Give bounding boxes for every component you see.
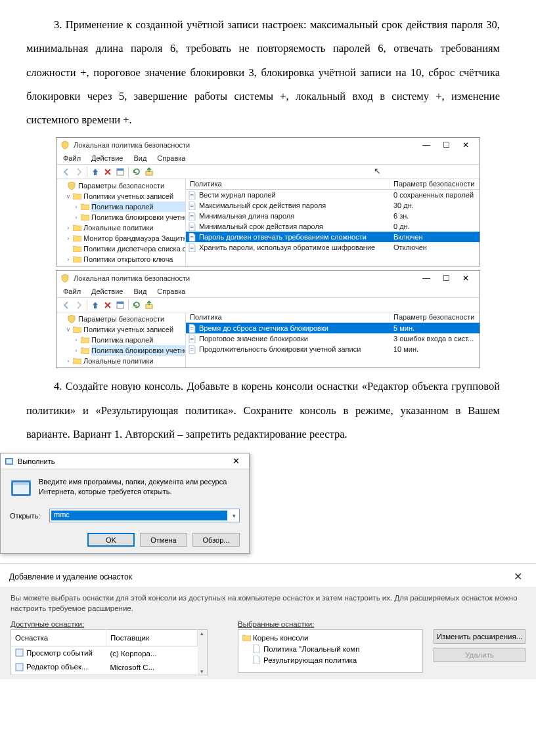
policy-name: Вести журнал паролей [198,191,390,199]
back-icon[interactable] [60,166,72,178]
maximize-button[interactable]: ☐ [436,138,456,152]
menu-help[interactable]: Справка [156,154,187,163]
chevron-down-icon[interactable]: ▾ [229,513,239,519]
nav-tree[interactable]: Параметры безопасности vПолитики учетных… [56,179,186,266]
policy-name: Хранить пароли, используя обратимое шифр… [198,243,390,251]
doc-icon [186,212,198,220]
tree-item[interactable]: Политика блокировки учетной з [91,212,185,222]
list-row[interactable]: Пароль должен отвечать требованиям сложн… [186,232,480,242]
close-button[interactable]: ✕ [456,272,476,285]
scrollbar[interactable]: ▴▾ [198,629,208,675]
tree-item-lockout-policy[interactable]: Политика блокировки учетной з [91,345,185,356]
available-table[interactable]: Оснастка Поставщик Просмотр событий(c) К… [11,629,198,675]
svg-rect-3 [190,194,193,195]
minimize-button[interactable]: — [416,272,436,285]
refresh-icon[interactable] [131,299,143,311]
shield-icon [67,182,76,190]
delete-button[interactable]: Удалить [434,648,525,662]
list-row[interactable]: Пороговое значение блокировки3 ошибок вх… [186,333,480,344]
policy-name: Минимальный срок действия пароля [198,222,390,230]
column-policy[interactable]: Политика [186,312,390,322]
menu-view[interactable]: Вид [132,154,148,163]
tree-item[interactable]: Локальные политики [83,356,185,366]
table-row[interactable]: Просмотр событий(c) Корпора... [11,646,198,660]
folder-icon [72,245,81,253]
selected-item[interactable]: Политика "Локальный комп [263,645,359,653]
list-row[interactable]: Хранить пароли, используя обратимое шифр… [186,242,480,253]
delete-icon[interactable] [102,166,114,178]
list-row[interactable]: Минимальный срок действия пароля0 дн. [186,221,480,232]
export-icon[interactable] [143,166,155,178]
svg-rect-4 [190,196,193,196]
selected-root[interactable]: Корень консоли [253,634,309,642]
tree-item[interactable]: Локальные политики [83,222,185,233]
cancel-button[interactable]: Отмена [140,533,187,547]
tree-root[interactable]: Параметры безопасности [78,314,185,324]
nav-tree[interactable]: Параметры безопасности vПолитики учетных… [56,312,186,368]
tree-item[interactable]: Политики диспетчера списка сетей [83,243,185,254]
table-row[interactable]: Редактор объек...Microsoft C... [11,661,198,675]
list-row[interactable]: Продолжительность блокировки учетной зап… [186,344,480,354]
edit-extensions-button[interactable]: Изменить расширения... [434,629,525,644]
policy-value: Включен [390,233,480,241]
policy-value: 0 сохраненных паролей [390,191,480,199]
policy-name: Максимальный срок действия пароля [198,201,390,209]
column-policy[interactable]: Политика [186,179,390,189]
folder-icon [72,234,81,242]
export-icon[interactable] [143,299,155,311]
selected-item[interactable]: Результирующая политика [263,656,357,664]
minimize-button[interactable]: — [416,138,436,152]
delete-icon[interactable] [102,299,114,311]
menu-file[interactable]: Файл [62,154,82,163]
tree-item[interactable]: Политики открытого ключа [83,254,185,264]
menu-view[interactable]: Вид [132,287,148,296]
open-value[interactable]: mmc [51,511,227,520]
column-setting[interactable]: Параметр безопасности [390,312,480,322]
column-snapin[interactable]: Оснастка [11,630,106,646]
close-button[interactable]: ✕ [227,456,245,466]
column-setting[interactable]: Параметр безопасности [390,179,480,189]
close-button[interactable]: ✕ [508,570,527,583]
tree-item[interactable]: Политика паролей [91,335,185,345]
tree-item[interactable]: Политики учетных записей [83,324,185,335]
menu-file[interactable]: Файл [62,287,82,296]
tree-item[interactable]: Монитор брандмауэра Защитника [83,233,185,243]
refresh-icon[interactable] [131,166,143,178]
column-vendor[interactable]: Поставщик [106,630,198,646]
tree-root[interactable]: Параметры безопасности [78,180,185,191]
menu-help[interactable]: Справка [156,287,187,296]
properties-icon[interactable] [114,166,126,178]
forward-icon[interactable] [73,166,85,178]
svg-rect-19 [190,329,193,329]
list-row[interactable]: Минимальная длина пароля6 зн. [186,211,480,221]
list-row[interactable]: Вести журнал паролей0 сохраненных пароле… [186,190,480,200]
tree-item-password-policy[interactable]: Политика паролей [91,201,185,212]
open-combobox[interactable]: mmc ▾ [49,509,240,522]
tree-item[interactable]: Политики учетных записей [83,191,185,201]
snapin-name: Редактор объек... [26,663,88,671]
folder-icon [242,635,253,641]
back-icon[interactable] [60,299,72,311]
menu-action[interactable]: Действие [90,287,124,296]
svg-rect-11 [190,236,193,237]
list-row[interactable]: Максимальный срок действия пароля30 дн. [186,200,480,211]
shield-icon [67,315,76,323]
policy-name: Продолжительность блокировки учетной зап… [198,345,390,353]
policy-name: Время до сброса счетчика блокировки [198,324,390,332]
up-icon[interactable] [89,299,101,311]
properties-icon[interactable] [114,299,126,311]
up-icon[interactable] [89,166,101,178]
browse-button[interactable]: Обзор... [192,533,240,547]
folder-icon [72,357,81,365]
folder-icon [80,213,89,221]
maximize-button[interactable]: ☐ [436,272,456,285]
policy-name: Минимальная длина пароля [198,212,390,220]
ok-button[interactable]: OK [87,533,135,547]
svg-rect-23 [190,350,193,350]
menu-action[interactable]: Действие [90,154,124,163]
window-title: Локальная политика безопасности [74,141,416,149]
list-row[interactable]: Время до сброса счетчика блокировки5 мин… [186,323,480,333]
close-button[interactable]: ✕ [456,138,476,152]
selected-list[interactable]: Корень консоли Политика "Локальный комп … [238,629,423,673]
forward-icon[interactable] [73,299,85,311]
